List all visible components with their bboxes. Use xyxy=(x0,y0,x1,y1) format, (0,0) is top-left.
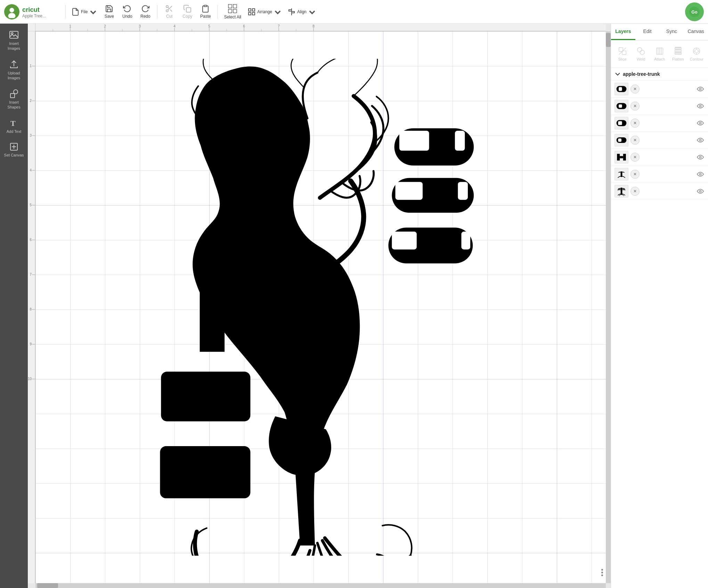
select-all-button[interactable]: Select All xyxy=(220,2,245,22)
svg-point-3 xyxy=(166,6,168,8)
svg-rect-88 xyxy=(461,232,470,249)
layer-item-5[interactable]: ✕ xyxy=(611,149,708,166)
svg-rect-122 xyxy=(623,154,626,160)
tab-canvas[interactable]: Canvas xyxy=(684,24,708,40)
copy-button[interactable]: Copy xyxy=(178,2,196,22)
file-button[interactable]: File xyxy=(68,2,100,22)
layer-item-6[interactable]: ✕ xyxy=(611,166,708,183)
svg-rect-118 xyxy=(618,138,621,142)
layer-delete-1[interactable]: ✕ xyxy=(630,84,640,94)
svg-rect-17 xyxy=(252,13,255,15)
layer-item-1[interactable]: ✕ xyxy=(611,81,708,98)
canvas-area[interactable]: 1 2 3 4 5 6 7 8 xyxy=(28,24,611,588)
layer-visibility-2[interactable] xyxy=(696,102,705,110)
layer-visibility-4[interactable] xyxy=(696,136,705,144)
layer-delete-3[interactable]: ✕ xyxy=(630,119,640,128)
layer-delete-5[interactable]: ✕ xyxy=(630,153,640,162)
slice-tool[interactable]: Slice xyxy=(614,44,631,64)
svg-line-7 xyxy=(168,7,169,9)
sidebar-item-insert-shapes[interactable]: InsertShapes xyxy=(1,85,26,113)
scroll-vertical[interactable] xyxy=(606,31,611,583)
main-area: InsertImages UploadImages InsertShapes T… xyxy=(0,24,708,588)
svg-rect-20 xyxy=(292,11,294,13)
sidebar-upload-images-label: UploadImages xyxy=(8,71,20,81)
layer-delete-6[interactable]: ✕ xyxy=(630,170,640,179)
layer-visibility-5[interactable] xyxy=(696,153,705,161)
svg-rect-19 xyxy=(289,10,292,11)
svg-point-93 xyxy=(640,50,644,55)
attach-tool[interactable]: Attach xyxy=(651,44,668,64)
panel-tabs: Layers Edit Sync Canvas xyxy=(611,24,708,40)
canvas-inner[interactable] xyxy=(35,31,606,583)
svg-text:1: 1 xyxy=(69,24,71,28)
project-name: Apple Tree... xyxy=(22,14,57,18)
layer-item-4[interactable]: ✕ xyxy=(611,132,708,149)
layer-thumb-5 xyxy=(615,151,628,163)
layer-visibility-6[interactable] xyxy=(696,170,705,178)
layer-delete-4[interactable]: ✕ xyxy=(630,136,640,145)
toolbar-divider-2 xyxy=(157,5,157,19)
sidebar-set-canvas-label: Set Canvas xyxy=(4,153,24,157)
ruler-top: 1 2 3 4 5 6 7 8 xyxy=(35,24,606,31)
toolbar-divider-3 xyxy=(217,5,218,19)
sidebar-item-insert-images[interactable]: InsertImages xyxy=(1,26,26,55)
layer-group-header[interactable]: apple-tree-trunk xyxy=(611,68,708,81)
layer-visibility-7[interactable] xyxy=(696,187,705,195)
svg-text:1: 1 xyxy=(30,64,32,68)
artwork-svg[interactable] xyxy=(64,59,566,555)
tab-layers[interactable]: Layers xyxy=(611,24,635,40)
svg-rect-87 xyxy=(458,182,468,200)
canvas-context-menu[interactable] xyxy=(601,569,603,576)
layer-visibility-1[interactable] xyxy=(696,85,705,93)
layer-group-name: apple-tree-trunk xyxy=(623,71,660,77)
align-button[interactable]: Align xyxy=(285,2,319,22)
contour-tool[interactable]: Contour xyxy=(688,44,705,64)
toolbar: cricut Apple Tree... File Save Undo Redo xyxy=(0,0,708,24)
svg-rect-85 xyxy=(392,232,416,249)
svg-line-91 xyxy=(619,48,626,55)
svg-rect-121 xyxy=(620,156,623,158)
layer-item-3[interactable]: ✕ xyxy=(611,115,708,132)
save-button[interactable]: Save xyxy=(100,2,118,22)
svg-rect-10 xyxy=(228,5,232,8)
svg-point-125 xyxy=(700,174,701,175)
sidebar-item-set-canvas[interactable]: Set Canvas xyxy=(1,138,26,161)
sidebar-item-upload-images[interactable]: UploadImages xyxy=(1,56,26,84)
svg-text:5: 5 xyxy=(208,24,210,28)
svg-rect-81 xyxy=(225,307,254,332)
svg-text:Go: Go xyxy=(691,10,698,15)
sidebar-insert-shapes-label: InsertShapes xyxy=(7,100,20,110)
svg-text:8: 8 xyxy=(30,307,32,311)
sidebar-item-add-text[interactable]: T Add Text xyxy=(1,115,26,137)
flatten-tool[interactable]: Flatten xyxy=(669,44,686,64)
svg-rect-98 xyxy=(675,53,682,55)
layer-visibility-3[interactable] xyxy=(696,119,705,127)
undo-button[interactable]: Undo xyxy=(118,2,136,22)
scroll-horizontal[interactable] xyxy=(35,583,606,588)
cut-button[interactable]: Cut xyxy=(160,2,178,22)
ruler-corner xyxy=(28,24,35,31)
layer-delete-2[interactable]: ✕ xyxy=(630,102,640,111)
sidebar-insert-images-label: InsertImages xyxy=(8,41,20,51)
svg-rect-78 xyxy=(161,372,250,421)
weld-tool[interactable]: Weld xyxy=(632,44,649,64)
redo-button[interactable]: Redo xyxy=(136,2,154,22)
svg-rect-13 xyxy=(233,9,237,13)
layer-item-7[interactable]: ✕ xyxy=(611,183,708,200)
svg-text:2: 2 xyxy=(30,99,32,103)
user-avatar[interactable] xyxy=(4,4,19,19)
paste-button[interactable]: Paste xyxy=(196,2,214,22)
svg-rect-14 xyxy=(249,9,251,11)
tab-edit[interactable]: Edit xyxy=(635,24,660,40)
arrange-button[interactable]: Arrange xyxy=(245,2,285,22)
layer-delete-7[interactable]: ✕ xyxy=(630,187,640,196)
go-button[interactable]: Go xyxy=(685,2,704,21)
svg-rect-109 xyxy=(619,87,622,91)
svg-point-103 xyxy=(695,49,698,53)
svg-rect-84 xyxy=(395,182,423,200)
layer-item-2[interactable]: ✕ xyxy=(611,98,708,115)
layer-thumb-7 xyxy=(615,185,628,198)
tab-sync[interactable]: Sync xyxy=(660,24,684,40)
svg-text:3: 3 xyxy=(139,24,141,28)
cricut-logo: cricut xyxy=(22,5,57,14)
